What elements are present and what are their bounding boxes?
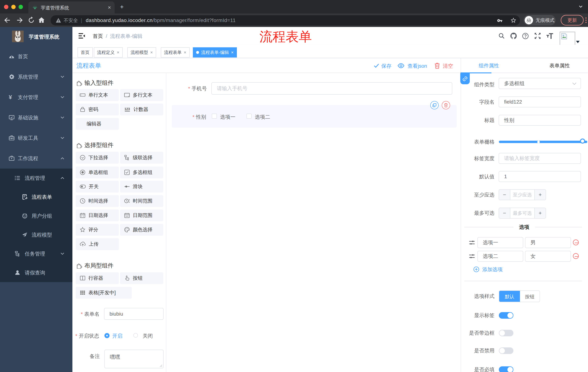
svg-text:123: 123 [125,107,130,111]
